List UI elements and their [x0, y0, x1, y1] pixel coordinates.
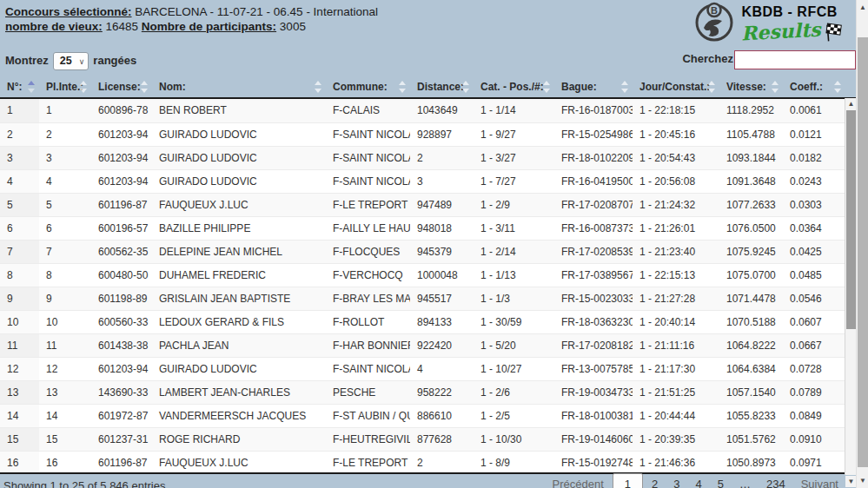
table-row: 55601196-87FAUQUEUX J.LUCF-LE TREPORT947…: [0, 193, 845, 216]
table-cell: BAZILLE PHILIPPE: [152, 216, 326, 240]
table-row: 1010600560-33LEDOUX GERARD & FILSF-ROLLO…: [0, 310, 845, 333]
column-label: Coeff.:: [790, 81, 823, 93]
table-scrollbar[interactable]: ▲ ▼: [845, 98, 856, 475]
column-header-jour-constat[interactable]: Jour/Constat.:: [633, 76, 719, 97]
table-cell: 1 - 20:39:35: [633, 427, 719, 451]
table-cell: F-SAINT NICOLAS: [326, 357, 410, 380]
pagination-item[interactable]: Suivant: [794, 474, 845, 488]
table-cell: LEDOUX GERARD & FILS: [152, 310, 326, 333]
rows-per-page-select[interactable]: 25∨: [53, 52, 89, 70]
pagination-item[interactable]: 234: [759, 474, 792, 488]
page-scroll-down-icon[interactable]: ▼: [857, 475, 868, 486]
table-cell: 1000048: [410, 263, 474, 287]
table-cell: 1 - 10/27: [474, 357, 554, 380]
page-scrollbar-thumb[interactable]: [858, 37, 868, 467]
table-cell: 1 - 1/14: [474, 99, 554, 122]
results-table: N°: Pl.Inte.: License: Nom: Commune: Dis…: [0, 76, 856, 474]
sort-icon: [708, 80, 715, 94]
table-cell: 1 - 20:56:08: [633, 169, 719, 193]
column-header-nom[interactable]: Nom:: [152, 76, 326, 97]
table-cell: F-CALAIS: [326, 99, 410, 122]
table-body-viewport[interactable]: 11600896-78BEN ROBERTF-CALAIS10436491 - …: [0, 97, 856, 474]
counts-line: nombre de vieux: 16485 Nombre de partici…: [5, 19, 378, 34]
table-cell: FR-16-0187003: [554, 99, 633, 122]
table-cell: FR-17-0389567: [554, 263, 633, 287]
table-cell: GUIRADO LUDOVIC: [152, 357, 326, 380]
table-cell: 958222: [410, 380, 474, 404]
table-cell: 1 - 30/59: [474, 310, 554, 333]
column-header-vitesse[interactable]: Vitesse:: [719, 76, 783, 97]
table-row: 1616601196-87FAUQUEUX J.LUCF-LE TREPORT2…: [0, 451, 845, 474]
pagination-item[interactable]: Précédent: [545, 474, 610, 488]
table-cell: 12: [39, 357, 91, 380]
table-cell: 928897: [410, 122, 474, 146]
table-cell: FR-13-0075785: [554, 357, 633, 380]
table-cell: F-BRAY LES MARE: [326, 287, 410, 310]
table-cell: GUIRADO LUDOVIC: [152, 169, 326, 193]
pagination-item[interactable]: 2: [645, 474, 665, 488]
table-cell: 1 - 2/9: [474, 193, 554, 216]
table-cell: F-ROLLOT: [326, 310, 410, 333]
column-label: License:: [98, 81, 141, 93]
table-cell: 601203-94: [91, 169, 152, 193]
column-header-coeff[interactable]: Coeff.:: [783, 76, 845, 97]
showing-entries-text: Showing 1 to 25 of 5,846 entries: [3, 479, 165, 488]
table-cell: 1 - 21:51:25: [633, 380, 719, 404]
pagination-item[interactable]: …: [732, 474, 758, 488]
table-cell: 143690-33: [91, 380, 152, 404]
column-label: Jour/Constat.:: [639, 81, 710, 93]
table-scrollbar-thumb[interactable]: [846, 110, 856, 329]
column-header-bague[interactable]: Bague:: [554, 76, 633, 97]
rows-suffix-label: rangées: [93, 54, 136, 67]
sort-icon: [462, 80, 469, 94]
pagination-item[interactable]: 5: [711, 474, 731, 488]
table-cell: 1 - 5/20: [474, 333, 554, 357]
column-header-pl-inte[interactable]: Pl.Inte.:: [39, 76, 91, 97]
table-cell: 13: [39, 380, 91, 404]
table-cell: F-SAINT NICOLAS: [326, 169, 410, 193]
table-cell: 600562-35: [91, 240, 152, 263]
table-cell: 1076.0500: [719, 216, 783, 240]
column-label: Cat. - Pos./#:: [480, 81, 544, 93]
pigeon-emblem-icon: B: [693, 1, 735, 43]
table-cell: 12: [0, 357, 39, 380]
table-cell: FR-16-0087373: [554, 216, 633, 240]
table-cell: 1105.4788: [719, 122, 783, 146]
sort-icon: [141, 80, 148, 94]
table-cell: 1 - 20:40:14: [633, 310, 719, 333]
table-row: 22601203-94GUIRADO LUDOVICF-SAINT NICOLA…: [0, 122, 845, 146]
table-cell: 0.0425: [783, 240, 845, 263]
column-header-distance[interactable]: Distance:: [410, 76, 474, 97]
column-header-number[interactable]: N°:: [0, 76, 39, 97]
table-cell: 600560-33: [91, 310, 152, 333]
table-cell: 1 - 21:17:30: [633, 357, 719, 380]
table-cell: 601196-87: [91, 451, 152, 474]
header-row: N°: Pl.Inte.: License: Nom: Commune: Dis…: [0, 76, 845, 97]
table-cell: 601972-87: [91, 404, 152, 427]
length-control: Montrez25∨rangées: [5, 52, 136, 70]
contest-line: Concours sélectionné: BARCELONA - 11-07-…: [5, 4, 378, 19]
table-cell: 0.0182: [783, 146, 845, 169]
page-scrollbar[interactable]: ▲ ▼: [856, 0, 868, 488]
table-row: 44601203-94GUIRADO LUDOVICF-SAINT NICOLA…: [0, 169, 845, 193]
table-row: 88600480-50DUHAMEL FREDERICF-VERCHOCQ100…: [0, 263, 845, 287]
table-cell: 15: [0, 427, 39, 451]
table-cell: DUHAMEL FREDERIC: [152, 263, 326, 287]
table-cell: 1055.8233: [719, 404, 783, 427]
pagination-item[interactable]: 4: [688, 474, 708, 488]
page-scroll-up-icon[interactable]: ▲: [857, 2, 868, 13]
table-cell: 922420: [410, 333, 474, 357]
column-header-commune[interactable]: Commune:: [326, 76, 410, 97]
chevron-down-icon: ∨: [79, 57, 85, 66]
table-cell: 0.0849: [783, 404, 845, 427]
column-header-license[interactable]: License:: [91, 76, 152, 97]
pagination-item[interactable]: 1: [613, 473, 643, 488]
table-cell: 0.0121: [783, 122, 845, 146]
column-header-cat-pos[interactable]: Cat. - Pos./#:: [474, 76, 554, 97]
pagination-item[interactable]: 3: [666, 474, 686, 488]
search-input[interactable]: [734, 50, 856, 69]
table-cell: FAUQUEUX J.LUC: [152, 451, 326, 474]
table-cell: 1077.2633: [719, 193, 783, 216]
table-row: 33601203-94GUIRADO LUDOVICF-SAINT NICOLA…: [0, 146, 845, 169]
table-cell: 0.0485: [783, 263, 845, 287]
